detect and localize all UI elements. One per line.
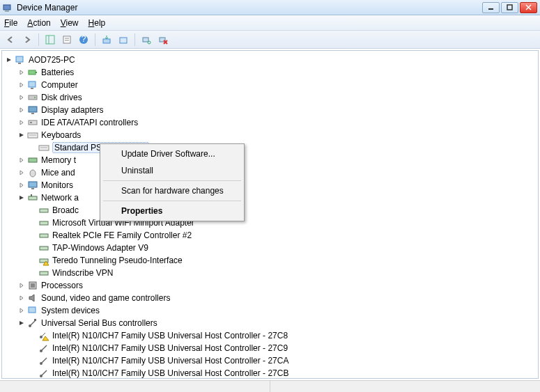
svg-rect-39 (31, 188, 34, 189)
svg-rect-44 (40, 234, 48, 237)
toolbar-properties[interactable] (59, 32, 75, 47)
tree-item-usb-3[interactable]: Intel(R) N10/ICH7 Family USB Universal H… (5, 367, 538, 378)
context-menu-update-driver[interactable]: Update Driver Software... (102, 146, 242, 162)
context-menu-scan[interactable]: Scan for hardware changes (102, 182, 242, 199)
svg-rect-8 (63, 36, 70, 43)
tree-category-display[interactable]: Display adapters (5, 104, 538, 116)
tree-category-sound[interactable]: Sound, video and game controllers (5, 292, 538, 304)
tree-item-usb-1[interactable]: Intel(R) N10/ICH7 Family USB Universal H… (5, 342, 538, 354)
arrow-expanded-icon[interactable] (17, 319, 26, 327)
tree-category-batteries[interactable]: Batteries (5, 66, 538, 79)
svg-rect-14 (120, 38, 127, 43)
usb-icon (38, 355, 49, 366)
toolbar-show-hide-tree[interactable] (43, 32, 58, 47)
network-adapter-icon (38, 242, 49, 253)
computer-icon (15, 54, 26, 65)
arrow-collapsed-icon[interactable] (17, 294, 26, 302)
processor-icon (27, 280, 38, 291)
arrow-collapsed-icon[interactable] (17, 306, 26, 315)
toolbar-scan[interactable] (139, 32, 154, 47)
svg-rect-36 (29, 158, 37, 162)
titlebar: Device Manager (0, 0, 540, 15)
app-icon (3, 3, 13, 13)
svg-rect-24 (29, 81, 36, 87)
tree-item-usb-0[interactable]: Intel(R) N10/ICH7 Family USB Universal H… (5, 329, 538, 342)
close-button[interactable] (520, 2, 537, 13)
tree-item-standard-keyboard[interactable]: Standard PS/2 Keyboard (5, 141, 538, 154)
svg-text:?: ? (82, 35, 86, 44)
tree-category-disk[interactable]: Disk drives (5, 91, 538, 104)
arrow-expanded-icon[interactable] (17, 194, 26, 202)
arrow-expanded-icon[interactable] (5, 56, 13, 64)
svg-rect-20 (16, 56, 23, 62)
toolbar-update-driver[interactable] (99, 32, 114, 47)
svg-line-61 (41, 370, 47, 376)
svg-point-37 (30, 170, 36, 177)
tree-category-mice[interactable]: Mice and (5, 166, 538, 179)
arrow-collapsed-icon[interactable] (17, 81, 26, 89)
tree-category-computer[interactable]: Computer (5, 79, 538, 91)
tree-category-memory[interactable]: Memory t (5, 154, 538, 166)
root-label: AOD725-PC (29, 55, 75, 65)
context-menu-separator (103, 180, 241, 181)
memory-icon (27, 155, 38, 166)
tree-item-net-2[interactable]: Realtek PCIe FE Family Controller #2 (5, 229, 538, 242)
tree-category-network[interactable]: Network a (5, 191, 538, 204)
context-menu-properties[interactable]: Properties (102, 203, 242, 219)
toolbar-help[interactable]: ? (76, 32, 91, 47)
svg-rect-53 (34, 319, 36, 321)
tree-root[interactable]: AOD725-PC (5, 54, 538, 66)
statusbar-pane-left (0, 381, 270, 392)
tree-item-net-5[interactable]: Windscribe VPN (5, 267, 538, 279)
menu-file[interactable]: File (4, 18, 17, 28)
toolbar-back[interactable] (3, 32, 18, 47)
disk-icon (27, 92, 38, 103)
svg-rect-45 (40, 246, 48, 250)
minimize-button[interactable] (482, 2, 500, 13)
arrow-collapsed-icon[interactable] (17, 118, 26, 127)
tree-category-monitors[interactable]: Monitors (5, 179, 538, 191)
arrow-collapsed-icon[interactable] (17, 281, 26, 290)
usb-icon (38, 368, 49, 378)
arrow-collapsed-icon[interactable] (17, 181, 26, 189)
arrow-collapsed-icon[interactable] (17, 106, 26, 114)
arrow-collapsed-icon[interactable] (17, 68, 26, 77)
arrow-collapsed-icon[interactable] (17, 156, 26, 164)
battery-icon (27, 67, 38, 78)
tree-category-processors[interactable]: Processors (5, 279, 538, 292)
window-title: Device Manager (17, 3, 482, 13)
tree-category-usb[interactable]: Universal Serial Bus controllers (5, 317, 538, 329)
toolbar-separator (38, 33, 39, 46)
tree-item-net-0[interactable]: Broadc (5, 204, 538, 217)
toolbar-uninstall[interactable] (116, 32, 131, 47)
svg-rect-26 (29, 95, 37, 100)
tree-category-keyboards[interactable]: Keyboards (5, 129, 538, 141)
svg-line-52 (30, 320, 36, 326)
tree-category-ide[interactable]: IDE ATA/ATAPI controllers (5, 116, 538, 129)
network-icon (27, 192, 38, 203)
tree-item-net-1[interactable]: Microsoft Virtual WiFi Miniport Adapter (5, 217, 538, 229)
tree-item-net-4[interactable]: Teredo Tunneling Pseudo-Interface (5, 254, 538, 267)
svg-rect-0 (3, 5, 10, 10)
arrow-collapsed-icon[interactable] (17, 93, 26, 102)
maximize-button[interactable] (501, 2, 518, 13)
tree-item-net-3[interactable]: TAP-Windows Adapter V9 (5, 242, 538, 254)
device-tree[interactable]: AOD725-PC Batteries Computer Disk drives… (2, 51, 538, 378)
tree-category-system[interactable]: System devices (5, 304, 538, 317)
arrow-expanded-icon[interactable] (17, 131, 26, 139)
toolbar-forward[interactable] (20, 32, 35, 47)
toolbar-remove[interactable] (155, 32, 171, 47)
menu-view[interactable]: View (61, 18, 79, 28)
keyboard-icon (27, 130, 38, 141)
statusbar (0, 380, 540, 392)
arrow-collapsed-icon[interactable] (17, 168, 26, 177)
svg-rect-3 (507, 5, 512, 10)
svg-rect-22 (29, 70, 36, 75)
context-menu-uninstall[interactable]: Uninstall (102, 162, 242, 179)
tree-item-usb-2[interactable]: Intel(R) N10/ICH7 Family USB Universal H… (5, 354, 538, 367)
statusbar-pane-right (270, 381, 540, 392)
svg-rect-40 (29, 196, 37, 200)
svg-rect-13 (103, 39, 110, 43)
menu-help[interactable]: Help (88, 18, 106, 28)
menu-action[interactable]: Action (27, 18, 50, 28)
